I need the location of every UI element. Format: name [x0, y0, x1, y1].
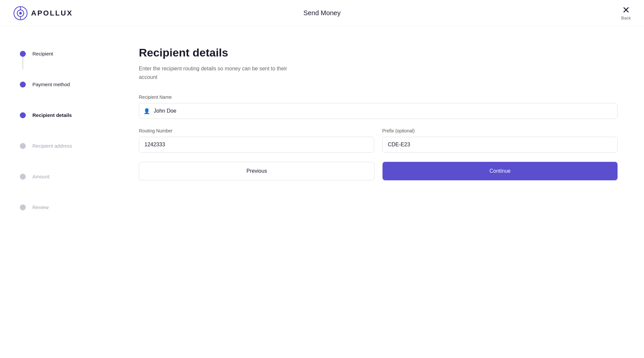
routing-prefix-row: Routing Number Prefix (optional) [139, 128, 618, 153]
step-recipient-address: Recipient address [20, 138, 93, 153]
button-row: Previous Continue [139, 162, 618, 180]
form-subtitle: Enter the recipient routing details so m… [139, 64, 304, 81]
step-amount: Amount [20, 169, 93, 184]
routing-number-label: Routing Number [139, 128, 374, 133]
step-dot-recipient-details [20, 112, 26, 118]
step-recipient-details: Recipient details [20, 108, 93, 123]
step-payment-method: Payment method [20, 77, 93, 92]
header-title: Send Money [303, 9, 341, 17]
prefix-label: Prefix (optional) [382, 128, 618, 133]
main-content: Recipient Payment method Recipient detai… [0, 26, 644, 358]
sidebar: Recipient Payment method Recipient detai… [0, 26, 112, 358]
step-label-recipient-details: Recipient details [32, 108, 72, 123]
recipient-name-input-wrapper: 👤 [139, 103, 618, 119]
continue-button[interactable]: Continue [382, 162, 618, 180]
recipient-name-input[interactable] [139, 103, 618, 119]
step-dot-recipient-address [20, 143, 26, 149]
form-area: Recipient details Enter the recipient ro… [112, 26, 644, 358]
person-icon: 👤 [143, 108, 150, 114]
step-label-review: Review [32, 200, 49, 215]
logo-icon [13, 6, 28, 20]
back-label: Back [621, 16, 631, 20]
form-title: Recipient details [139, 46, 618, 59]
close-icon: ✕ [622, 6, 630, 15]
step-dot-payment-method [20, 82, 26, 88]
recipient-name-label: Recipient Name [139, 94, 618, 100]
prefix-group: Prefix (optional) [382, 128, 618, 153]
recipient-name-group: Recipient Name 👤 [139, 94, 618, 119]
logo: APOLLUX [13, 6, 73, 20]
step-review: Review [20, 200, 93, 215]
logo-text: APOLLUX [31, 9, 73, 18]
routing-number-group: Routing Number [139, 128, 374, 153]
step-dot-review [20, 204, 26, 210]
step-dot-amount [20, 174, 26, 180]
routing-number-input[interactable] [139, 137, 374, 153]
step-dot-recipient [20, 51, 26, 57]
previous-button[interactable]: Previous [139, 162, 375, 180]
close-button[interactable]: ✕ Back [621, 6, 631, 20]
step-label-recipient-address: Recipient address [32, 138, 72, 153]
stepper: Recipient Payment method Recipient detai… [20, 46, 93, 215]
step-label-payment-method: Payment method [32, 77, 70, 92]
prefix-input[interactable] [382, 137, 618, 153]
svg-point-2 [19, 12, 22, 15]
step-label-amount: Amount [32, 169, 50, 184]
step-label-recipient: Recipient [32, 46, 53, 61]
header: APOLLUX Send Money ✕ Back [0, 0, 644, 26]
step-recipient: Recipient [20, 46, 93, 61]
